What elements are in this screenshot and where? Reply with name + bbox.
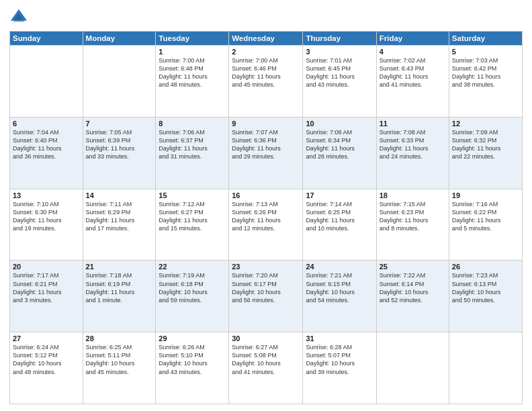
day-info: Sunrise: 7:07 AMSunset: 6:36 PMDaylight:… xyxy=(232,128,300,161)
calendar-cell xyxy=(83,46,156,118)
day-number: 10 xyxy=(306,120,373,128)
day-info: Sunrise: 7:10 AMSunset: 6:30 PMDaylight:… xyxy=(13,200,80,233)
calendar-cell: 23Sunrise: 7:20 AMSunset: 6:17 PMDayligh… xyxy=(229,261,303,332)
day-info: Sunrise: 7:03 AMSunset: 6:42 PMDaylight:… xyxy=(452,56,519,89)
calendar-cell: 16Sunrise: 7:13 AMSunset: 6:26 PMDayligh… xyxy=(229,189,303,261)
day-info: Sunrise: 6:27 AMSunset: 5:08 PMDaylight:… xyxy=(232,343,300,376)
day-info: Sunrise: 7:12 AMSunset: 6:27 PMDaylight:… xyxy=(159,200,226,233)
calendar-cell: 12Sunrise: 7:09 AMSunset: 6:32 PMDayligh… xyxy=(449,117,522,189)
day-info: Sunrise: 7:00 AMSunset: 6:48 PMDaylight:… xyxy=(159,56,226,89)
calendar-cell: 30Sunrise: 6:27 AMSunset: 5:08 PMDayligh… xyxy=(229,332,303,404)
calendar-cell: 8Sunrise: 7:06 AMSunset: 6:37 PMDaylight… xyxy=(156,117,229,189)
calendar-cell: 15Sunrise: 7:12 AMSunset: 6:27 PMDayligh… xyxy=(156,189,229,261)
calendar-week-2: 6Sunrise: 7:04 AMSunset: 6:40 PMDaylight… xyxy=(10,117,523,189)
day-info: Sunrise: 7:15 AMSunset: 6:23 PMDaylight:… xyxy=(380,200,446,233)
calendar-cell: 28Sunrise: 6:25 AMSunset: 5:11 PMDayligh… xyxy=(83,332,156,404)
day-number: 31 xyxy=(306,334,373,342)
calendar-cell: 14Sunrise: 7:11 AMSunset: 6:29 PMDayligh… xyxy=(83,189,156,261)
calendar-cell xyxy=(449,332,522,404)
day-number: 4 xyxy=(380,48,446,56)
calendar-cell: 5Sunrise: 7:03 AMSunset: 6:42 PMDaylight… xyxy=(449,46,522,118)
day-number: 12 xyxy=(452,120,519,128)
calendar-cell: 24Sunrise: 7:21 AMSunset: 6:15 PMDayligh… xyxy=(303,261,376,332)
day-number: 2 xyxy=(232,48,300,56)
day-info: Sunrise: 7:21 AMSunset: 6:15 PMDaylight:… xyxy=(306,271,373,304)
day-number: 15 xyxy=(159,191,226,199)
calendar-cell: 27Sunrise: 6:24 AMSunset: 5:12 PMDayligh… xyxy=(10,332,83,404)
calendar-week-3: 13Sunrise: 7:10 AMSunset: 6:30 PMDayligh… xyxy=(10,189,523,261)
day-info: Sunrise: 7:17 AMSunset: 6:21 PMDaylight:… xyxy=(13,271,80,304)
day-number: 17 xyxy=(306,191,373,199)
logo-icon xyxy=(9,8,28,27)
day-info: Sunrise: 7:01 AMSunset: 6:45 PMDaylight:… xyxy=(306,56,373,89)
day-number: 11 xyxy=(380,120,446,128)
day-info: Sunrise: 7:19 AMSunset: 6:18 PMDaylight:… xyxy=(159,271,226,304)
day-info: Sunrise: 6:25 AMSunset: 5:11 PMDaylight:… xyxy=(86,343,153,376)
calendar-cell: 17Sunrise: 7:14 AMSunset: 6:25 PMDayligh… xyxy=(303,189,376,261)
header xyxy=(9,7,523,27)
day-number: 1 xyxy=(159,48,226,56)
day-number: 6 xyxy=(13,120,80,128)
page: SundayMondayTuesdayWednesdayThursdayFrid… xyxy=(0,0,532,411)
day-number: 14 xyxy=(86,191,153,199)
day-number: 8 xyxy=(159,120,226,128)
day-number: 26 xyxy=(452,263,519,271)
col-header-tuesday: Tuesday xyxy=(156,32,229,46)
logo xyxy=(9,7,30,27)
day-info: Sunrise: 7:09 AMSunset: 6:32 PMDaylight:… xyxy=(452,128,519,161)
day-info: Sunrise: 7:11 AMSunset: 6:29 PMDaylight:… xyxy=(86,200,153,233)
day-info: Sunrise: 7:04 AMSunset: 6:40 PMDaylight:… xyxy=(13,128,80,161)
day-number: 23 xyxy=(232,263,300,271)
day-number: 20 xyxy=(13,263,80,271)
calendar-cell: 18Sunrise: 7:15 AMSunset: 6:23 PMDayligh… xyxy=(376,189,449,261)
calendar-cell: 1Sunrise: 7:00 AMSunset: 6:48 PMDaylight… xyxy=(156,46,229,118)
day-number: 25 xyxy=(380,263,446,271)
day-number: 28 xyxy=(86,334,153,342)
calendar-cell: 2Sunrise: 7:00 AMSunset: 6:46 PMDaylight… xyxy=(229,46,303,118)
day-info: Sunrise: 6:26 AMSunset: 5:10 PMDaylight:… xyxy=(159,343,226,376)
day-info: Sunrise: 7:00 AMSunset: 6:46 PMDaylight:… xyxy=(232,56,300,89)
calendar-cell: 29Sunrise: 6:26 AMSunset: 5:10 PMDayligh… xyxy=(156,332,229,404)
day-number: 13 xyxy=(13,191,80,199)
calendar-cell: 10Sunrise: 7:08 AMSunset: 6:34 PMDayligh… xyxy=(303,117,376,189)
day-info: Sunrise: 7:02 AMSunset: 6:43 PMDaylight:… xyxy=(380,56,446,89)
calendar-cell: 21Sunrise: 7:18 AMSunset: 6:19 PMDayligh… xyxy=(83,261,156,332)
calendar-table: SundayMondayTuesdayWednesdayThursdayFrid… xyxy=(9,31,523,404)
calendar-header-row: SundayMondayTuesdayWednesdayThursdayFrid… xyxy=(10,32,523,46)
day-info: Sunrise: 7:16 AMSunset: 6:22 PMDaylight:… xyxy=(452,200,519,233)
day-info: Sunrise: 6:28 AMSunset: 5:07 PMDaylight:… xyxy=(306,343,373,376)
day-info: Sunrise: 7:05 AMSunset: 6:39 PMDaylight:… xyxy=(86,128,153,161)
day-number: 27 xyxy=(13,334,80,342)
day-info: Sunrise: 7:06 AMSunset: 6:37 PMDaylight:… xyxy=(159,128,226,161)
col-header-saturday: Saturday xyxy=(449,32,522,46)
day-info: Sunrise: 7:20 AMSunset: 6:17 PMDaylight:… xyxy=(232,271,300,304)
col-header-thursday: Thursday xyxy=(303,32,376,46)
calendar-cell: 13Sunrise: 7:10 AMSunset: 6:30 PMDayligh… xyxy=(10,189,83,261)
calendar-cell: 22Sunrise: 7:19 AMSunset: 6:18 PMDayligh… xyxy=(156,261,229,332)
day-info: Sunrise: 7:13 AMSunset: 6:26 PMDaylight:… xyxy=(232,200,300,233)
calendar-cell: 9Sunrise: 7:07 AMSunset: 6:36 PMDaylight… xyxy=(229,117,303,189)
calendar-cell: 20Sunrise: 7:17 AMSunset: 6:21 PMDayligh… xyxy=(10,261,83,332)
calendar-cell: 19Sunrise: 7:16 AMSunset: 6:22 PMDayligh… xyxy=(449,189,522,261)
col-header-monday: Monday xyxy=(83,32,156,46)
day-number: 3 xyxy=(306,48,373,56)
calendar-cell xyxy=(10,46,83,118)
calendar-week-5: 27Sunrise: 6:24 AMSunset: 5:12 PMDayligh… xyxy=(10,332,523,404)
calendar-cell: 25Sunrise: 7:22 AMSunset: 6:14 PMDayligh… xyxy=(376,261,449,332)
day-number: 16 xyxy=(232,191,300,199)
day-number: 9 xyxy=(232,120,300,128)
calendar-cell xyxy=(376,332,449,404)
calendar-cell: 26Sunrise: 7:23 AMSunset: 6:13 PMDayligh… xyxy=(449,261,522,332)
day-number: 24 xyxy=(306,263,373,271)
day-number: 29 xyxy=(159,334,226,342)
col-header-friday: Friday xyxy=(376,32,449,46)
day-number: 21 xyxy=(86,263,153,271)
calendar-week-4: 20Sunrise: 7:17 AMSunset: 6:21 PMDayligh… xyxy=(10,261,523,332)
day-number: 5 xyxy=(452,48,519,56)
calendar-cell: 31Sunrise: 6:28 AMSunset: 5:07 PMDayligh… xyxy=(303,332,376,404)
day-number: 30 xyxy=(232,334,300,342)
calendar-cell: 7Sunrise: 7:05 AMSunset: 6:39 PMDaylight… xyxy=(83,117,156,189)
day-number: 19 xyxy=(452,191,519,199)
day-info: Sunrise: 7:18 AMSunset: 6:19 PMDaylight:… xyxy=(86,271,153,304)
day-number: 22 xyxy=(159,263,226,271)
